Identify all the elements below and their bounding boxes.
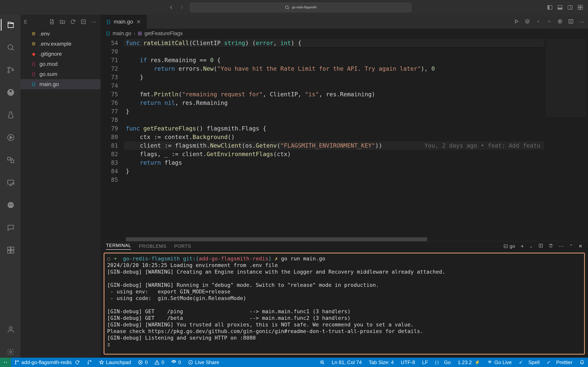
tab-close-icon[interactable]: ✕ (136, 19, 141, 25)
activity-explorer[interactable] (1, 19, 20, 31)
activity-search[interactable] (1, 42, 20, 53)
status-prettier[interactable]: ✓ Prettier (543, 358, 576, 367)
activity-settings[interactable] (1, 346, 20, 358)
explorer-panel: E ⋯ ⚙.env ⚙.env.example ◆.gitignore ⟨⟩go… (20, 15, 101, 358)
status-eol[interactable]: LF (419, 358, 432, 367)
breadcrumb[interactable]: ⟨⟩ main.go › ⊞ getFeatureFlags (101, 29, 588, 38)
minimap[interactable] (544, 38, 588, 237)
editor-more-icon[interactable]: ⋯ (579, 19, 585, 25)
activity-gitlens[interactable] (1, 87, 20, 98)
svg-point-19 (8, 202, 14, 208)
refresh-icon[interactable] (70, 19, 76, 25)
file-gitignore[interactable]: ◆.gitignore (20, 49, 101, 59)
svg-point-37 (15, 363, 16, 364)
terminal-max-icon[interactable]: ⌃ (569, 244, 573, 249)
file-maingo[interactable]: ⟨⟩main.go (20, 79, 101, 89)
svg-point-29 (526, 20, 529, 23)
file-label: .env.example (39, 41, 71, 47)
more-icon[interactable]: ⋯ (91, 19, 97, 25)
svg-point-26 (9, 327, 12, 329)
split-editor-icon[interactable] (568, 19, 574, 25)
terminal-dropdown-icon[interactable]: ⌄ (529, 244, 533, 249)
layout-customize-icon[interactable] (577, 4, 583, 10)
code-editor[interactable]: 5470717273747576777879808182838485 func … (101, 38, 588, 237)
activity-scm[interactable] (1, 64, 20, 76)
svg-rect-16 (11, 160, 14, 163)
svg-rect-25 (11, 247, 14, 250)
activity-remote[interactable] (1, 154, 20, 166)
debug-icon[interactable] (557, 19, 563, 25)
nav-forward-icon[interactable] (179, 4, 185, 10)
activity-account[interactable] (1, 324, 20, 335)
run-icon[interactable] (514, 19, 519, 25)
new-folder-icon[interactable] (59, 19, 66, 25)
status-lang[interactable]: { } Go (432, 358, 454, 367)
svg-rect-2 (548, 5, 549, 9)
panel-tab-terminal[interactable]: TERMINAL (106, 243, 131, 250)
file-env-example[interactable]: ⚙.env.example (20, 39, 101, 49)
command-center[interactable]: go-redis-flagsmith (190, 2, 411, 12)
status-launchpad[interactable]: Launchpad (95, 358, 135, 367)
terminal-shell-icon[interactable]: go (503, 243, 515, 249)
status-bell[interactable] (576, 358, 588, 367)
svg-point-31 (549, 21, 550, 22)
svg-point-18 (12, 183, 13, 184)
status-liveshare[interactable]: Live Share (184, 358, 223, 367)
activity-run[interactable] (1, 132, 20, 143)
file-gosum[interactable]: ⟨⟩go.sum (20, 69, 101, 79)
panel-tab-problems[interactable]: PROBLEMS (139, 243, 166, 249)
status-golive[interactable]: Go Live (484, 358, 515, 367)
status-remote[interactable] (0, 358, 11, 367)
status-graph[interactable] (83, 358, 95, 367)
go-back-changes-icon[interactable] (525, 19, 530, 25)
terminal-split-icon[interactable] (538, 243, 543, 249)
activity-chat[interactable] (1, 222, 20, 234)
status-tabsize[interactable]: Tab Size: 4 (365, 358, 397, 367)
panel-tab-ports[interactable]: PORTS (174, 243, 191, 249)
svg-rect-23 (8, 250, 10, 253)
activity-bar (0, 15, 20, 358)
activity-testing[interactable] (1, 109, 20, 121)
terminal-output[interactable]: ○ ➜ go-redis-flagsmith git:(add-go-flags… (104, 253, 585, 355)
explorer-header-label: E (24, 19, 27, 25)
layout-panel-icon[interactable] (557, 4, 563, 10)
status-encoding[interactable]: UTF-8 (397, 358, 419, 367)
svg-point-11 (8, 67, 9, 69)
file-env[interactable]: ⚙.env (20, 29, 101, 39)
svg-rect-24 (11, 250, 14, 253)
layout-primary-side-icon[interactable] (547, 4, 553, 10)
status-branch[interactable]: add-go-flagsmith-redis (11, 358, 83, 367)
nav-back-icon[interactable] (168, 4, 174, 10)
collapse-icon[interactable] (80, 19, 86, 25)
terminal-more-icon[interactable]: ⋯ (559, 243, 564, 249)
status-problems[interactable]: 0 0 (134, 358, 168, 367)
svg-point-0 (285, 6, 288, 8)
activity-extensions[interactable] (1, 244, 20, 256)
terminal-trash-icon[interactable] (549, 243, 553, 249)
new-file-icon[interactable] (49, 19, 55, 25)
svg-point-21 (11, 204, 12, 205)
status-ports[interactable]: 0 (168, 358, 184, 367)
terminal-close-icon[interactable]: ✕ (579, 243, 583, 249)
status-gover[interactable]: 1.23.2⚡ (454, 358, 484, 367)
svg-point-20 (9, 204, 10, 205)
svg-rect-7 (580, 5, 582, 7)
file-label: go.mod (39, 61, 58, 67)
svg-point-36 (15, 361, 16, 361)
horizontal-scrollbar[interactable] (101, 237, 588, 241)
status-cursor[interactable]: Ln 81, Col 74 (328, 358, 365, 367)
layout-secondary-side-icon[interactable] (567, 4, 573, 10)
activity-vm[interactable] (1, 177, 20, 188)
status-spell[interactable]: ✓ Spell (515, 358, 543, 367)
activity-copilot[interactable] (1, 199, 20, 211)
terminal-new-icon[interactable]: + (521, 243, 524, 249)
breadcrumb-symbol: getFeatureFlags (145, 31, 183, 36)
svg-rect-6 (578, 5, 580, 7)
svg-rect-15 (8, 157, 10, 160)
file-gomod[interactable]: ⟨⟩go.mod (20, 59, 101, 69)
status-zoom[interactable] (316, 358, 328, 367)
prev-change-icon[interactable] (536, 19, 541, 25)
next-change-icon[interactable] (546, 19, 552, 25)
tab-maingo[interactable]: ⟨⟩ main.go ✕ (101, 15, 147, 29)
breadcrumb-file: main.go (112, 31, 131, 36)
